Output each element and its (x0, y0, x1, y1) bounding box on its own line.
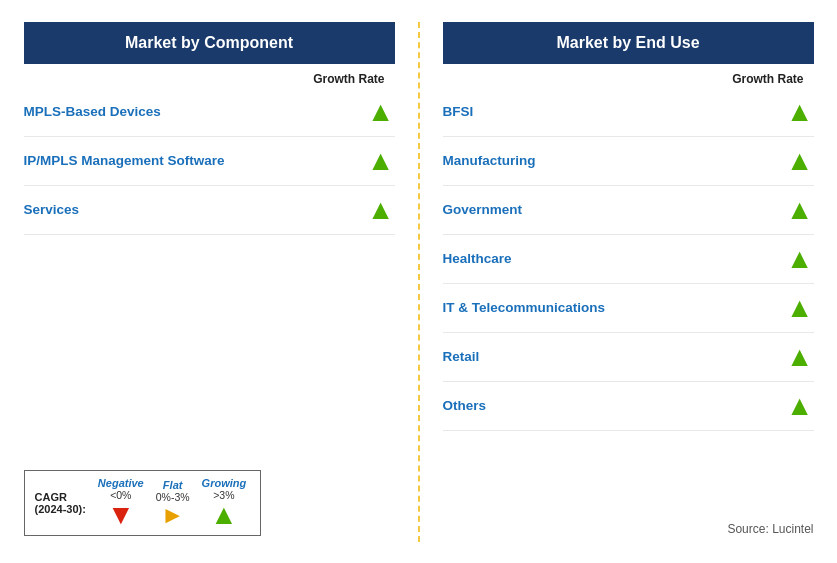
ip-mpls-label: IP/MPLS Management Software (24, 153, 367, 168)
healthcare-label: Healthcare (443, 251, 786, 266)
list-item: Manufacturing ▲ (443, 137, 814, 186)
negative-label: Negative (98, 477, 144, 489)
legend-growing: Growing >3% ▲ (202, 477, 247, 529)
retail-label: Retail (443, 349, 786, 364)
right-panel-header: Market by End Use (443, 22, 814, 64)
list-item: IT & Telecommunications ▲ (443, 284, 814, 333)
manufacturing-label: Manufacturing (443, 153, 786, 168)
list-item: Healthcare ▲ (443, 235, 814, 284)
list-item: IP/MPLS Management Software ▲ (24, 137, 395, 186)
legend-negative: Negative <0% ▼ (98, 477, 144, 529)
list-item: BFSI ▲ (443, 88, 814, 137)
government-label: Government (443, 202, 786, 217)
down-arrow-icon: ▼ (107, 501, 135, 529)
list-item: Retail ▲ (443, 333, 814, 382)
cagr-label: CAGR (2024-30): (35, 491, 86, 515)
legend-flat: Flat 0%-3% ► (156, 479, 190, 527)
it-telecom-label: IT & Telecommunications (443, 300, 786, 315)
up-arrow-icon: ▲ (786, 196, 814, 224)
list-item: MPLS-Based Devices ▲ (24, 88, 395, 137)
up-arrow-icon: ▲ (786, 392, 814, 420)
left-panel: Market by Component Growth Rate MPLS-Bas… (19, 22, 410, 542)
legend-container: CAGR (2024-30): Negative <0% ▼ Flat 0%-3… (24, 470, 395, 542)
up-arrow-icon: ▲ (786, 147, 814, 175)
right-panel: Market by End Use Growth Rate BFSI ▲ Man… (428, 22, 819, 542)
up-arrow-icon: ▲ (210, 501, 238, 529)
mpls-devices-label: MPLS-Based Devices (24, 104, 367, 119)
list-item: Services ▲ (24, 186, 395, 235)
list-item: Others ▲ (443, 382, 814, 431)
bfsi-label: BFSI (443, 104, 786, 119)
left-panel-header: Market by Component (24, 22, 395, 64)
flat-label: Flat (163, 479, 183, 491)
growing-label: Growing (202, 477, 247, 489)
right-growth-rate-label: Growth Rate (443, 72, 814, 86)
legend-box: CAGR (2024-30): Negative <0% ▼ Flat 0%-3… (24, 470, 262, 536)
up-arrow-icon: ▲ (786, 245, 814, 273)
left-growth-rate-label: Growth Rate (24, 72, 395, 86)
up-arrow-icon: ▲ (786, 294, 814, 322)
right-arrow-icon: ► (161, 503, 185, 527)
source-text: Source: Lucintel (443, 516, 814, 536)
services-label: Services (24, 202, 367, 217)
up-arrow-icon: ▲ (367, 98, 395, 126)
up-arrow-icon: ▲ (367, 147, 395, 175)
up-arrow-icon: ▲ (786, 343, 814, 371)
source-container: Source: Lucintel (443, 516, 814, 542)
panel-divider (418, 22, 420, 542)
up-arrow-icon: ▲ (786, 98, 814, 126)
list-item: Government ▲ (443, 186, 814, 235)
up-arrow-icon: ▲ (367, 196, 395, 224)
others-label: Others (443, 398, 786, 413)
main-container: Market by Component Growth Rate MPLS-Bas… (9, 12, 829, 552)
